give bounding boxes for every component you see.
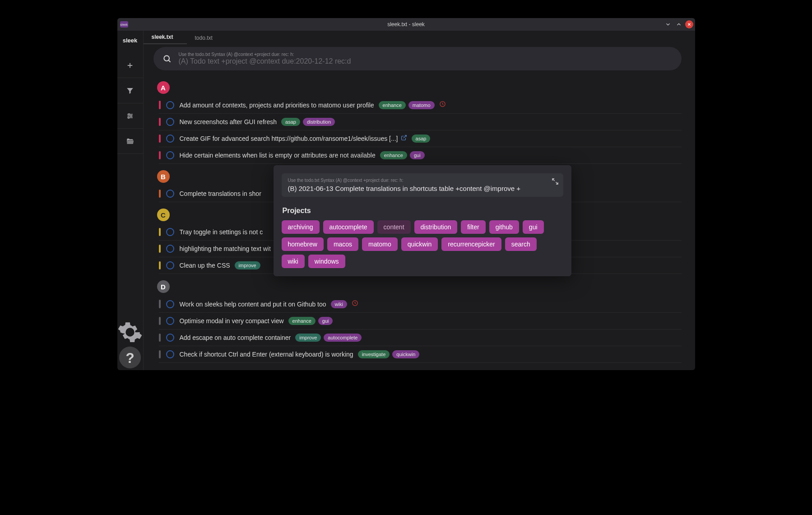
modal-input[interactable]: Use the todo.txt Syntax (A) @context +pr… <box>282 173 563 197</box>
modal-section-title: Projects <box>283 207 563 215</box>
settings-button[interactable] <box>117 320 144 345</box>
complete-checkbox[interactable] <box>166 228 174 236</box>
priority-badge-C: C <box>157 209 170 221</box>
complete-checkbox[interactable] <box>166 151 174 159</box>
window-title: sleek.txt - sleek <box>387 21 425 28</box>
external-link-icon[interactable] <box>401 135 407 143</box>
project-tag[interactable]: wiki <box>282 255 305 268</box>
todo-text: Tray toggle in settings is not c <box>180 228 263 236</box>
collapse-icon[interactable] <box>552 178 559 187</box>
brand-label: sleek <box>123 31 138 53</box>
todo-text: Create GIF for advanced search https://g… <box>180 135 398 142</box>
complete-checkbox[interactable] <box>166 135 174 143</box>
todo-text: New screenshots after GUI refresh <box>180 118 277 125</box>
tag[interactable]: improve <box>295 334 321 342</box>
file-tabs: sleek.txt todo.txt <box>144 31 695 44</box>
priority-badge-D: D <box>157 280 170 293</box>
tag[interactable]: investigate <box>358 350 390 358</box>
tab-todo-txt[interactable]: todo.txt <box>187 32 226 44</box>
todo-text: Clean up the CSS <box>180 262 230 269</box>
tab-sleek-txt[interactable]: sleek.txt <box>144 31 187 44</box>
tag[interactable]: asap <box>281 118 300 126</box>
add-button[interactable] <box>117 53 144 78</box>
complete-checkbox[interactable] <box>166 317 174 325</box>
tag[interactable]: gui <box>410 151 425 159</box>
project-tag[interactable]: windows <box>308 255 345 268</box>
app-window: sleek sleek.txt - sleek sleek ? sleek.tx… <box>117 18 695 370</box>
todo-row[interactable]: Add amount of contexts, projects and pri… <box>159 97 682 114</box>
priority-bar <box>159 334 161 342</box>
close-button[interactable] <box>685 20 693 28</box>
tag[interactable]: asap <box>412 135 431 143</box>
project-tag[interactable]: autocomplete <box>323 220 374 234</box>
todo-row[interactable]: New screenshots after GUI refreshasapdis… <box>159 114 682 130</box>
project-tag[interactable]: matomo <box>362 237 398 251</box>
todo-text: Check if shortcut Ctrl and Enter (extern… <box>180 351 353 358</box>
priority-badge-A: A <box>157 81 170 94</box>
minimize-button[interactable] <box>664 20 673 29</box>
window-controls <box>664 20 695 29</box>
sidebar: sleek ? <box>117 31 144 370</box>
todo-row[interactable]: Optimise modal in very compact viewenhan… <box>159 313 682 329</box>
svg-line-17 <box>552 179 555 181</box>
search-input[interactable]: Use the todo.txt Syntax (A) @context +pr… <box>153 47 682 70</box>
todo-text: Add escape on auto complete container <box>180 334 291 341</box>
todo-text: highlighting the matching text wit <box>180 245 271 252</box>
complete-checkbox[interactable] <box>166 350 174 358</box>
project-tag[interactable]: content <box>377 220 411 234</box>
todo-row[interactable]: Hide certain elements when list is empty… <box>159 147 682 164</box>
priority-bar <box>159 228 161 236</box>
titlebar: sleek sleek.txt - sleek <box>117 18 695 31</box>
project-tag[interactable]: filter <box>461 220 485 234</box>
project-tag[interactable]: recurrencepicker <box>441 237 501 251</box>
project-tag[interactable]: homebrew <box>282 237 324 251</box>
project-tag[interactable]: github <box>489 220 519 234</box>
sliders-button[interactable] <box>117 103 144 129</box>
todo-row[interactable]: Check if shortcut Ctrl and Enter (extern… <box>159 346 682 363</box>
open-file-button[interactable] <box>117 129 144 154</box>
svg-text:?: ? <box>125 350 134 366</box>
tag[interactable]: wiki <box>331 300 347 308</box>
svg-point-8 <box>130 115 132 116</box>
project-tag[interactable]: archiving <box>282 220 320 234</box>
todo-text: Work on sleeks help content and put it o… <box>180 301 326 308</box>
todo-row[interactable]: Add escape on auto complete containerimp… <box>159 329 682 346</box>
filter-button[interactable] <box>117 78 144 103</box>
project-tag[interactable]: macos <box>327 237 358 251</box>
tag[interactable]: distribution <box>303 118 335 126</box>
search-hint: Use the todo.txt Syntax (A) @context +pr… <box>179 52 351 57</box>
complete-checkbox[interactable] <box>166 261 174 269</box>
search-icon <box>162 54 172 63</box>
complete-checkbox[interactable] <box>166 300 174 308</box>
complete-checkbox[interactable] <box>166 245 174 253</box>
tag[interactable]: enhance <box>288 317 316 325</box>
complete-checkbox[interactable] <box>166 118 174 126</box>
priority-bar <box>159 118 161 126</box>
project-tag[interactable]: quickwin <box>401 237 438 251</box>
priority-bar <box>159 135 161 143</box>
complete-checkbox[interactable] <box>166 334 174 342</box>
complete-checkbox[interactable] <box>166 190 174 198</box>
edit-todo-modal: Use the todo.txt Syntax (A) @context +pr… <box>274 165 571 276</box>
svg-point-9 <box>128 117 130 118</box>
tag[interactable]: improve <box>235 261 260 269</box>
todo-row[interactable]: Create GIF for advanced search https://g… <box>159 130 682 147</box>
project-tag[interactable]: gui <box>523 220 544 234</box>
tag[interactable]: autocomplete <box>324 334 362 342</box>
priority-bar <box>159 261 161 269</box>
todo-text: Add amount of contexts, projects and pri… <box>180 102 374 109</box>
project-tag[interactable]: search <box>505 237 537 251</box>
complete-checkbox[interactable] <box>166 101 174 109</box>
tag[interactable]: quickwin <box>392 350 419 358</box>
due-clock-icon <box>439 101 446 109</box>
todo-row[interactable]: Work on sleeks help content and put it o… <box>159 296 682 313</box>
tag[interactable]: enhance <box>379 101 406 109</box>
help-button[interactable]: ? <box>117 345 144 370</box>
maximize-button[interactable] <box>674 20 683 29</box>
tag[interactable]: gui <box>318 317 333 325</box>
project-tag[interactable]: distribution <box>414 220 458 234</box>
tag[interactable]: enhance <box>380 151 407 159</box>
todo-text: Optimise modal in very compact view <box>180 317 284 325</box>
tag[interactable]: matomo <box>408 101 435 109</box>
svg-line-15 <box>403 135 406 138</box>
